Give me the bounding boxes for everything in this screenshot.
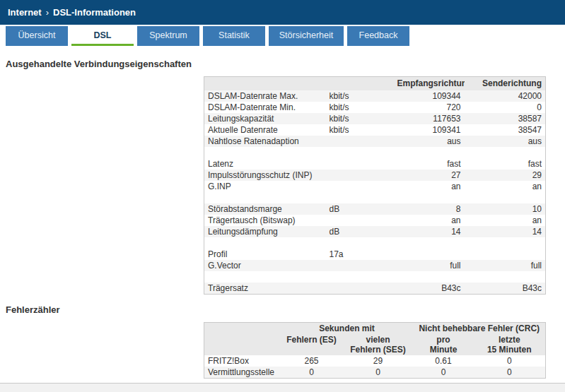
row-unit bbox=[326, 136, 394, 147]
row-value-downstream bbox=[394, 249, 465, 260]
column-header-downstream: Empfangsrichtung bbox=[394, 77, 465, 90]
empty-cell bbox=[394, 192, 465, 203]
error-table-subheader-row: Fehlern (ES) vielen Fehlern (SES) pro Mi… bbox=[204, 334, 546, 355]
row-value-downstream: 27 bbox=[394, 170, 465, 181]
row-label: Profil bbox=[204, 249, 326, 260]
empty-cell bbox=[465, 237, 546, 249]
main-content: Ausgehandelte Verbindungseigenschaften E… bbox=[0, 46, 565, 383]
error-counter-table: Sekunden mit Nicht behebbare Fehler (CRC… bbox=[204, 322, 546, 379]
connection-properties-table: Empfangsrichtung Senderichtung DSLAM-Dat… bbox=[204, 76, 546, 295]
tab-ubersicht[interactable]: Übersicht bbox=[6, 26, 68, 46]
row-value-downstream: 109344 bbox=[394, 90, 465, 102]
row-unit bbox=[326, 283, 394, 295]
row-unit bbox=[326, 215, 394, 226]
row-value-upstream: 10 bbox=[465, 203, 546, 215]
row-value-last-15-minutes: 0 bbox=[474, 355, 546, 367]
row-unit bbox=[326, 158, 394, 170]
row-label: G.INP bbox=[204, 181, 326, 192]
breadcrumb-section: Internet bbox=[8, 7, 42, 18]
error-counter-heading: Fehlerzähler bbox=[6, 304, 545, 315]
row-value-es: 265 bbox=[281, 355, 343, 367]
row-unit bbox=[326, 260, 394, 271]
column-header-empty-unit bbox=[326, 77, 394, 90]
table-row: Profil17a bbox=[204, 249, 546, 260]
connection-table-header-row: Empfangsrichtung Senderichtung bbox=[204, 77, 546, 90]
row-label: DSLAM-Datenrate Min. bbox=[204, 102, 326, 113]
tab-statistik[interactable]: Statistik bbox=[203, 26, 265, 46]
tab-storsicherheit[interactable]: Störsicherheit bbox=[269, 26, 344, 46]
row-value-downstream: an bbox=[394, 181, 465, 192]
row-value-downstream: 109341 bbox=[394, 124, 465, 136]
row-value-downstream: an bbox=[394, 215, 465, 226]
row-value-downstream: aus bbox=[394, 136, 465, 147]
row-label: Aktuelle Datenrate bbox=[204, 124, 326, 136]
tab-dsl[interactable]: DSL bbox=[71, 26, 134, 46]
row-label: Trägersatz bbox=[204, 283, 326, 295]
breadcrumb-separator-icon: › bbox=[46, 7, 49, 18]
row-value-ses: 0 bbox=[343, 367, 414, 379]
empty-cell bbox=[204, 237, 326, 249]
empty-cell bbox=[204, 192, 326, 203]
tab-spektrum[interactable]: Spektrum bbox=[137, 26, 199, 46]
table-row: Impulsstörungsschutz (INP)2729 bbox=[204, 170, 546, 181]
separator-row bbox=[204, 271, 546, 283]
table-row: Trägertausch (Bitswap)anan bbox=[204, 215, 546, 226]
table-row: Aktuelle Datenratekbit/s10934138547 bbox=[204, 124, 546, 136]
row-unit: kbit/s bbox=[326, 90, 394, 102]
column-header-es: Fehlern (ES) bbox=[281, 334, 343, 355]
row-label: Trägertausch (Bitswap) bbox=[204, 215, 326, 226]
column-header-per-minute: pro Minute bbox=[414, 334, 474, 355]
row-label: Leitungsdämpfung bbox=[204, 226, 326, 237]
row-unit bbox=[326, 181, 394, 192]
column-header-upstream: Senderichtung bbox=[465, 77, 546, 90]
connection-properties-heading: Ausgehandelte Verbindungseigenschaften bbox=[6, 59, 545, 69]
empty-cell bbox=[326, 271, 394, 283]
table-row: Vermittlungsstelle0000 bbox=[204, 367, 546, 379]
column-header-empty bbox=[204, 334, 281, 355]
row-value-downstream: 720 bbox=[394, 102, 465, 113]
table-row: StörabstandsmargedB810 bbox=[204, 203, 546, 215]
row-label: Vermittlungsstelle bbox=[204, 367, 281, 379]
row-value-upstream: 0 bbox=[465, 102, 546, 113]
row-value-downstream: fast bbox=[394, 158, 465, 170]
error-table-group-header-row: Sekunden mit Nicht behebbare Fehler (CRC… bbox=[204, 322, 546, 334]
row-label: Latenz bbox=[204, 158, 326, 170]
empty-cell bbox=[326, 192, 394, 203]
row-value-upstream: B43c bbox=[465, 283, 546, 295]
row-value-upstream bbox=[465, 249, 546, 260]
column-header-ses: vielen Fehlern (SES) bbox=[343, 334, 414, 355]
table-row: Leitungskapazitätkbit/s11765338587 bbox=[204, 113, 546, 124]
row-value-upstream: 14 bbox=[465, 226, 546, 237]
empty-cell bbox=[465, 192, 546, 203]
group-header-seconds-with: Sekunden mit bbox=[281, 322, 414, 334]
tab-bar: ÜbersichtDSLSpektrumStatistikStörsicherh… bbox=[0, 25, 565, 46]
column-header-empty-label bbox=[204, 77, 326, 90]
row-value-upstream: 38587 bbox=[465, 113, 546, 124]
row-unit: kbit/s bbox=[326, 102, 394, 113]
row-value-upstream: full bbox=[465, 260, 546, 271]
separator-row bbox=[204, 147, 546, 158]
column-header-last-15-minutes: letzte 15 Minuten bbox=[474, 334, 546, 355]
empty-cell bbox=[394, 237, 465, 249]
row-value-downstream: 14 bbox=[394, 226, 465, 237]
separator-row bbox=[204, 192, 546, 203]
row-label: Störabstandsmarge bbox=[204, 203, 326, 215]
breadcrumb-page-title: DSL-Informationen bbox=[53, 7, 136, 18]
row-label: Leitungskapazität bbox=[204, 113, 326, 124]
fritzbox-dsl-page: Internet › DSL-Informationen ÜbersichtDS… bbox=[0, 0, 565, 392]
empty-cell bbox=[326, 147, 394, 158]
tab-feedback[interactable]: Feedback bbox=[347, 26, 409, 46]
table-row: DSLAM-Datenrate Max.kbit/s10934442000 bbox=[204, 90, 546, 102]
table-row: G.INPanan bbox=[204, 181, 546, 192]
row-unit: kbit/s bbox=[326, 124, 394, 136]
row-value-per-minute: 0.61 bbox=[414, 355, 474, 367]
row-value-downstream: full bbox=[394, 260, 465, 271]
row-value-downstream: 117653 bbox=[394, 113, 465, 124]
empty-cell bbox=[204, 147, 326, 158]
row-unit bbox=[326, 170, 394, 181]
empty-cell bbox=[465, 271, 546, 283]
table-row: TrägersatzB43cB43c bbox=[204, 283, 546, 295]
separator-row bbox=[204, 237, 546, 249]
row-value-upstream: 38547 bbox=[465, 124, 546, 136]
empty-cell bbox=[326, 237, 394, 249]
